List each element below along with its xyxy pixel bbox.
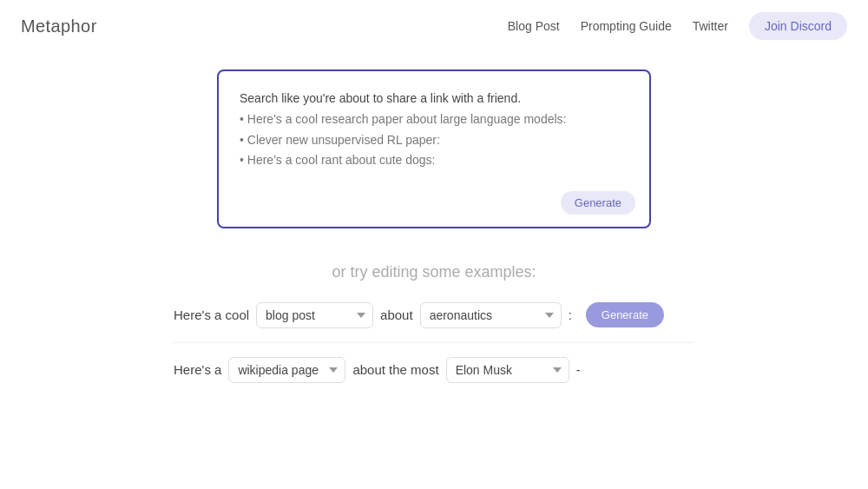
search-line1: Search like you're about to share a link…	[240, 89, 628, 109]
header: Metaphor Blog Post Prompting Guide Twitt…	[0, 0, 868, 52]
example2-prefix: Here's a	[174, 362, 221, 377]
prompting-guide-link[interactable]: Prompting Guide	[581, 19, 672, 33]
example-row-1: Here's a cool blog post research paper w…	[174, 302, 694, 328]
example1-generate-button[interactable]: Generate	[586, 302, 664, 327]
example1-prefix: Here's a cool	[174, 307, 249, 322]
search-line4: • Here's a cool rant about cute dogs:	[240, 150, 628, 171]
example2-type-select[interactable]: wikipedia page blog post research paper …	[228, 357, 345, 383]
join-discord-button[interactable]: Join Discord	[749, 12, 847, 40]
search-box: Search like you're about to share a link…	[217, 69, 651, 228]
example-row-2: Here's a wikipedia page blog post resear…	[174, 357, 694, 383]
nav: Blog Post Prompting Guide Twitter Join D…	[508, 12, 847, 40]
example1-topic-select[interactable]: aeronautics machine learning cute dogs q…	[420, 302, 562, 328]
logo: Metaphor	[21, 17, 97, 36]
example1-middle: about	[380, 307, 413, 322]
blog-post-link[interactable]: Blog Post	[508, 19, 560, 33]
divider	[174, 342, 694, 343]
example1-colon: :	[569, 307, 572, 322]
example1-type-select[interactable]: blog post research paper wikipedia page …	[256, 302, 373, 328]
search-line2: • Here's a cool research paper about lar…	[240, 109, 628, 130]
example2-middle: about the most	[352, 362, 438, 377]
twitter-link[interactable]: Twitter	[693, 19, 728, 33]
example2-dash: -	[576, 362, 581, 377]
example2-topic-select[interactable]: Elon Musk popular scientist famous autho…	[446, 357, 569, 383]
examples-section: or try editing some examples: Here's a c…	[174, 263, 694, 397]
generate-button-main[interactable]: Generate	[561, 191, 635, 215]
search-line3: • Clever new unsupervised RL paper:	[240, 130, 628, 151]
examples-title: or try editing some examples:	[174, 263, 694, 281]
main-content: Search like you're about to share a link…	[0, 52, 868, 397]
